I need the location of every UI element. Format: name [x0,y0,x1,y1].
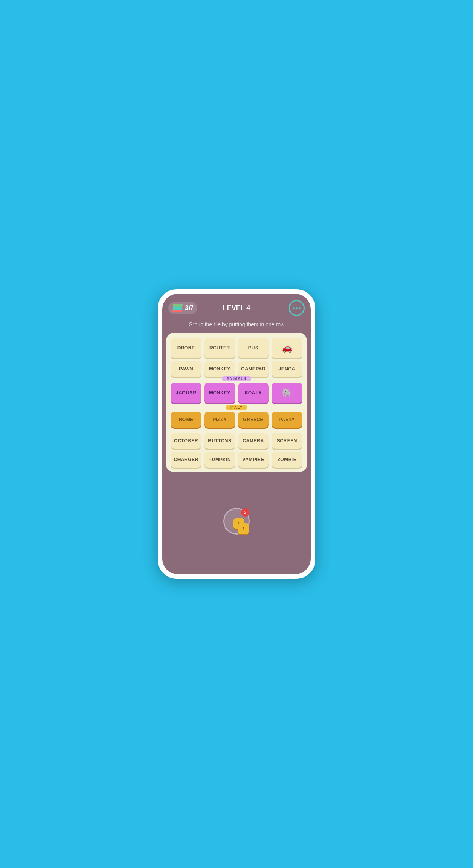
tile-row-6: CHARGER PUMPKIN VAMPIRE ZOMBIE [171,452,302,468]
tile-router[interactable]: ROUTER [204,338,235,358]
elephant-icon: 🐘 [282,388,292,398]
tile-jaguar[interactable]: JAGUAR [171,383,201,403]
tile-row-5: OCTOBER BUTTONS CAMERA SCREEN [171,433,302,449]
car-icon: 🚗 [282,343,292,353]
game-board: DRONE ROUTER BUS 🚗 PAWN MONKEY GAMEPAD J… [166,333,307,472]
tile-drone[interactable]: DRONE [171,338,201,358]
hint-button[interactable]: 1 2 3 [223,508,250,535]
level-title: LEVEL 4 [223,304,251,312]
instruction-text: Group the tile by putting them in one ro… [181,319,292,333]
tile-row-animals: JAGUAR MONKEY KOALA 🐘 [171,383,302,403]
layers-icon [172,304,183,312]
dot-3 [299,307,301,309]
tile-camera[interactable]: CAMERA [238,433,269,449]
animals-group-section: ANIMALS JAGUAR MONKEY KOALA 🐘 [171,380,302,406]
animals-group-label: ANIMALS [222,376,251,381]
italy-group-label: ITALY [226,405,247,410]
tile-koala[interactable]: KOALA [238,383,269,403]
tile-gamepad[interactable]: GAMEPAD [238,361,269,377]
hint-badge: 3 [241,508,249,517]
phone-inner: 3\7 LEVEL 4 Group the tile by putting th… [162,294,311,574]
hint-tile-2: 2 [238,523,249,534]
tile-monkey2[interactable]: MONKEY [204,361,235,377]
tile-vampire[interactable]: VAMPIRE [238,452,269,468]
tile-screen[interactable]: SCREEN [272,433,302,449]
tile-pawn[interactable]: PAWN [171,361,201,377]
score-text: 3\7 [185,305,193,311]
italy-group-section: ITALY ROME PIZZA GREECE PASTA [171,408,302,430]
tile-car[interactable]: 🚗 [272,338,302,358]
tile-charger[interactable]: CHARGER [171,452,201,468]
tile-monkey[interactable]: MONKEY [204,383,235,403]
tile-row-italy: ROME PIZZA GREECE PASTA [171,412,302,428]
tile-rome[interactable]: ROME [171,412,201,428]
bottom-area: 1 2 3 [223,472,250,574]
tile-pasta[interactable]: PASTA [272,412,302,428]
tile-bus[interactable]: BUS [238,338,269,358]
dot-2 [296,307,298,309]
tile-pumpkin[interactable]: PUMPKIN [204,452,235,468]
tile-october[interactable]: OCTOBER [171,433,201,449]
tile-greece[interactable]: GREECE [238,412,269,428]
tile-buttons[interactable]: BUTTONS [204,433,235,449]
menu-button[interactable] [289,300,305,316]
tile-row-1: DRONE ROUTER BUS 🚗 [171,338,302,358]
tile-row-2: PAWN MONKEY GAMEPAD JENGA [171,361,302,377]
tile-jenga[interactable]: JENGA [272,361,302,377]
tile-elephant[interactable]: 🐘 [272,383,302,403]
header: 3\7 LEVEL 4 [162,294,311,319]
phone-frame: 3\7 LEVEL 4 Group the tile by putting th… [158,289,315,579]
dot-1 [293,307,295,309]
score-badge: 3\7 [168,302,197,314]
tile-pizza[interactable]: PIZZA [204,412,235,428]
menu-dots [293,307,301,309]
tile-zombie[interactable]: ZOMBIE [272,452,302,468]
